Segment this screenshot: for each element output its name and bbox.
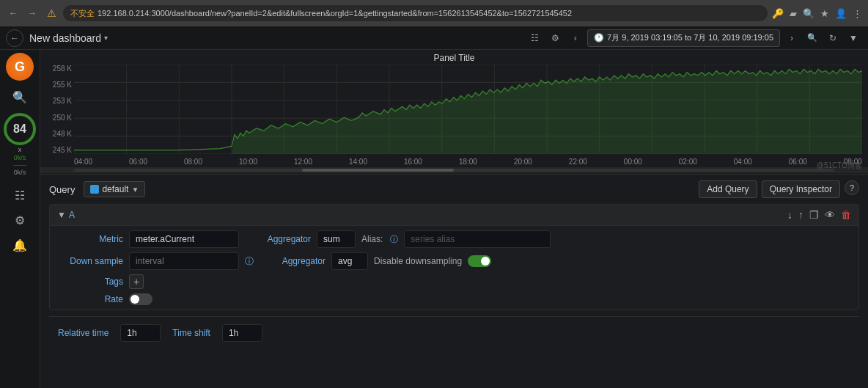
time-shift-input[interactable]	[222, 324, 262, 342]
star-icon[interactable]: ★	[820, 8, 829, 19]
sidebar-item-gear[interactable]: ⚙	[5, 208, 34, 232]
metric-input[interactable]	[129, 230, 239, 248]
zoom-out-button[interactable]: 🔍	[803, 29, 821, 47]
move-down-icon[interactable]: ↓	[787, 209, 792, 221]
x-label-3: 08:00	[184, 158, 202, 166]
time-range-picker[interactable]: 🕐 7月 9, 2019 03:19:05 to 7月 10, 2019 09:…	[587, 29, 780, 47]
query-block-name: A	[69, 210, 75, 220]
chart-panel: Panel Title 258 K 255 K 253 K 250 K 248 …	[40, 50, 868, 175]
reload-button[interactable]: ⚠	[44, 6, 59, 21]
sidebar-item-dashboard[interactable]: ☷	[5, 183, 34, 207]
x-label-11: 00:00	[624, 158, 642, 166]
query-section: Query default ▼ Add Query Query Inspecto…	[40, 175, 868, 388]
back-button[interactable]: ←	[6, 6, 21, 21]
metric-label: Metric	[57, 234, 123, 244]
y-axis: 258 K 255 K 253 K 250 K 248 K 245 K	[46, 65, 72, 154]
dashboard-name: New dashboard	[29, 32, 101, 44]
query-block-a-header: ▼ A ↓ ↑ ❐ 👁 🗑	[50, 205, 858, 226]
dashboard-dropdown-icon[interactable]: ▾	[104, 34, 108, 42]
x-label-4: 10:00	[239, 158, 257, 166]
x-label-9: 20:00	[514, 158, 532, 166]
help-icon: ?	[850, 183, 854, 192]
datasource-selector[interactable]: default ▼	[84, 181, 145, 197]
panel-layout-button[interactable]: ☷	[526, 29, 543, 47]
add-query-button[interactable]: Add Query	[699, 180, 757, 198]
downsample-input[interactable]	[129, 252, 239, 270]
insecure-label: 不安全	[70, 8, 95, 19]
user-icon[interactable]: 👤	[835, 8, 847, 19]
bell-icon: 🔔	[12, 238, 27, 252]
x-label-12: 02:00	[679, 158, 697, 166]
hide-icon[interactable]: 👁	[825, 209, 835, 221]
sidebar: G 🔍 84 x 0k/s —— 0k/s ☷ ⚙ 🔔	[0, 50, 40, 388]
grafana-logo[interactable]: G	[6, 53, 34, 81]
y-label-1: 258 K	[46, 65, 72, 73]
time-range-text: 7月 9, 2019 03:19:05 to 7月 10, 2019 09:19…	[607, 32, 773, 43]
sidebar-item-bell[interactable]: 🔔	[5, 233, 34, 257]
alias-input[interactable]	[404, 230, 551, 248]
move-up-icon[interactable]: ↑	[798, 209, 803, 221]
query-header-right: Add Query Query Inspector ?	[699, 180, 859, 198]
copy-icon[interactable]: ❐	[809, 209, 819, 221]
alias-info-icon: ⓘ	[390, 234, 398, 245]
alias-label: Alias:	[361, 234, 383, 244]
delete-icon[interactable]: 🗑	[841, 209, 851, 221]
menu-icon[interactable]: ⋮	[853, 8, 862, 19]
browser-actions: 🔑 ▰ 🔍 ★ 👤 ⋮	[772, 8, 862, 19]
tags-row: Tags +	[57, 274, 851, 289]
gauge-ring: 84	[4, 113, 36, 145]
chart-scrollbar[interactable]	[40, 167, 868, 173]
app-header: ← New dashboard ▾ ☷ ⚙ ‹ 🕐 7月 9, 2019 03:…	[0, 26, 868, 50]
downsample-label: Down sample	[57, 256, 123, 266]
dashboard-title[interactable]: New dashboard ▾	[29, 32, 108, 44]
refresh-dropdown-button[interactable]: ▼	[845, 29, 862, 47]
y-label-4: 250 K	[46, 114, 72, 122]
y-label-3: 253 K	[46, 97, 72, 105]
url-text: 192.168.0.214:3000/dashboard/new?panelId…	[98, 9, 572, 18]
x-label-13: 04:00	[734, 158, 752, 166]
add-tag-button[interactable]: +	[129, 274, 144, 289]
content-area: Panel Title 258 K 255 K 253 K 250 K 248 …	[40, 50, 868, 388]
address-bar[interactable]: 不安全 192.168.0.214:3000/dashboard/new?pan…	[63, 5, 768, 21]
x-label-7: 16:00	[404, 158, 422, 166]
sidebar-item-search[interactable]: 🔍	[5, 85, 34, 109]
scrollbar-track[interactable]	[74, 169, 834, 172]
x-label-10: 22:00	[569, 158, 587, 166]
downsample-info-icon: ⓘ	[245, 255, 254, 268]
dashboard-settings-button[interactable]: ⚙	[546, 29, 564, 47]
scrollbar-thumb[interactable]	[302, 169, 454, 172]
browser-search-icon[interactable]: 🔍	[803, 8, 814, 19]
time-next-button[interactable]: ›	[783, 29, 801, 47]
y-label-5: 248 K	[46, 130, 72, 138]
relative-time-label: Relative time	[58, 328, 108, 338]
disable-downsampling-toggle[interactable]	[468, 255, 491, 267]
downsample-row: Down sample ⓘ Aggregator avg Disable dow…	[57, 252, 851, 270]
query-inspector-button[interactable]: Query Inspector	[762, 180, 840, 198]
y-label-6: 245 K	[46, 146, 72, 154]
dashboard-back-button[interactable]: ←	[6, 29, 23, 47]
query-block-title: ▼ A	[57, 210, 75, 220]
aggregator-select[interactable]: sum	[317, 230, 356, 248]
forward-button[interactable]: →	[25, 6, 40, 21]
time-prev-button[interactable]: ‹	[567, 29, 584, 47]
x-label-8: 18:00	[459, 158, 477, 166]
chart-area[interactable]	[74, 65, 862, 154]
gauge-separator: ——	[13, 161, 26, 169]
query-help-button[interactable]: ?	[845, 180, 859, 195]
relative-time-input[interactable]	[120, 324, 161, 342]
rate-toggle[interactable]	[129, 293, 152, 305]
agg-label: Aggregator	[260, 256, 326, 266]
x-label-2: 06:00	[129, 158, 147, 166]
y-label-2: 255 K	[46, 81, 72, 89]
x-label-1: 04:00	[74, 158, 92, 166]
search-icon: 🔍	[12, 90, 27, 104]
gauge-unit: x	[18, 146, 22, 153]
svg-marker-20	[74, 69, 862, 154]
browser-chrome: ← → ⚠ 不安全 192.168.0.214:3000/dashboard/n…	[0, 0, 868, 26]
extensions-icon[interactable]: ▰	[790, 8, 797, 19]
agg-select[interactable]: avg	[331, 252, 368, 270]
bookmark-icon[interactable]: 🔑	[772, 8, 784, 19]
collapse-icon[interactable]: ▼	[57, 210, 66, 220]
bottom-section: Relative time Time shift	[49, 316, 859, 348]
refresh-button[interactable]: ↻	[824, 29, 842, 47]
